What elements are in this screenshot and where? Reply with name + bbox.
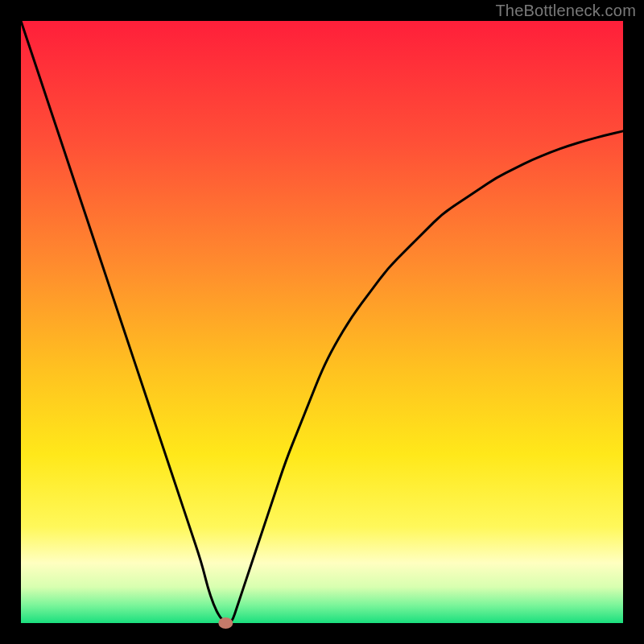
- attribution-text: TheBottleneck.com: [495, 2, 636, 20]
- bottleneck-chart: [0, 0, 644, 644]
- plot-area: [21, 21, 623, 623]
- optimal-point-marker: [218, 617, 233, 629]
- chart-container: TheBottleneck.com: [0, 0, 644, 644]
